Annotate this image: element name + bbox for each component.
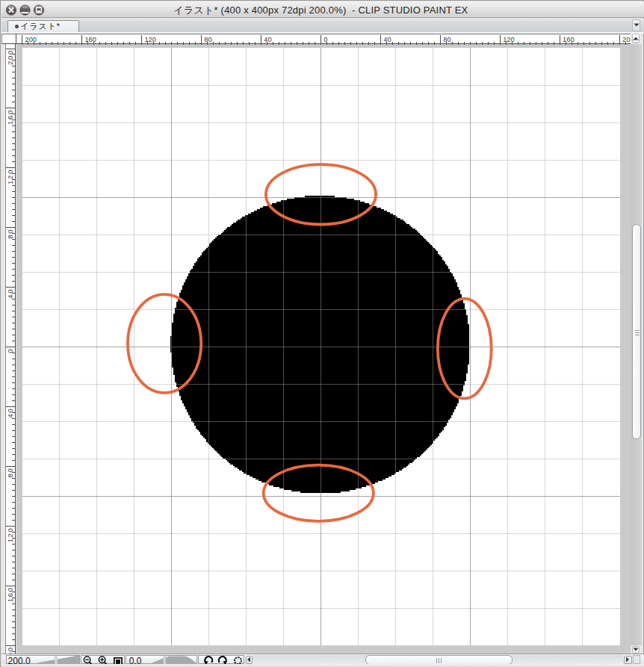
svg-text:200: 200: [6, 49, 14, 65]
svg-text:120: 120: [6, 169, 14, 184]
svg-text:0: 0: [323, 36, 327, 43]
svg-text:120: 120: [6, 527, 14, 543]
svg-text:200: 200: [25, 36, 37, 43]
svg-text:80: 80: [204, 36, 211, 43]
svg-text:40: 40: [264, 36, 271, 43]
svg-text:40: 40: [6, 408, 14, 418]
svg-text:80: 80: [6, 229, 14, 239]
svg-text:200: 200: [622, 36, 631, 43]
svg-text:80: 80: [6, 468, 14, 478]
svg-text:160: 160: [6, 109, 14, 125]
svg-text:40: 40: [383, 36, 391, 43]
svg-text:80: 80: [443, 36, 451, 43]
svg-text:160: 160: [6, 587, 14, 603]
svg-text:40: 40: [6, 288, 14, 299]
svg-text:160: 160: [563, 36, 575, 43]
svg-text:120: 120: [144, 36, 156, 43]
svg-text:0: 0: [6, 348, 14, 353]
svg-text:120: 120: [503, 36, 515, 43]
svg-text:160: 160: [84, 36, 96, 43]
svg-text:200: 200: [6, 647, 14, 654]
